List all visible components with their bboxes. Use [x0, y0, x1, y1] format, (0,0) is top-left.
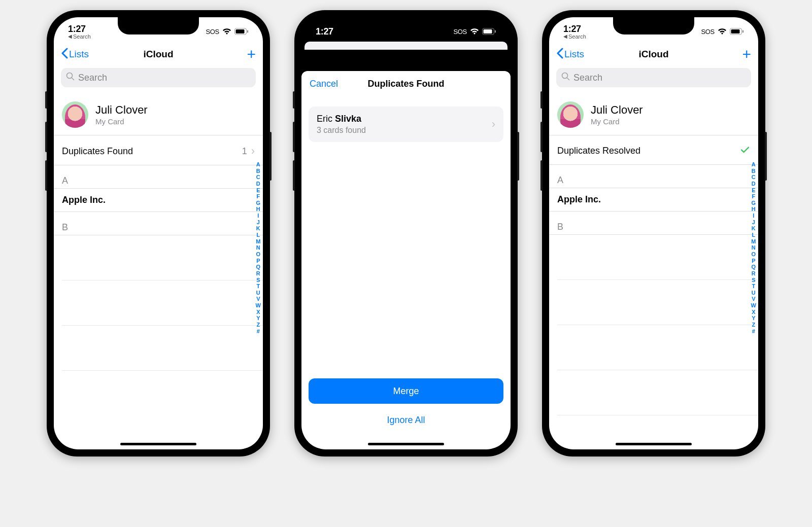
- index-letter-n[interactable]: N: [752, 244, 756, 251]
- battery-icon: [234, 28, 249, 35]
- add-button[interactable]: +: [247, 47, 256, 62]
- status-time: 1:27: [68, 24, 86, 34]
- index-letter-s[interactable]: S: [752, 277, 755, 284]
- index-letter-r[interactable]: R: [256, 270, 260, 277]
- index-letter-u[interactable]: U: [752, 290, 756, 296]
- power-button[interactable]: [765, 132, 767, 181]
- index-letter-u[interactable]: U: [256, 290, 260, 296]
- index-letter-p[interactable]: P: [752, 258, 755, 264]
- index-letter-x[interactable]: X: [752, 309, 755, 315]
- index-letter-d[interactable]: D: [752, 181, 756, 187]
- index-letter-j[interactable]: J: [257, 219, 260, 226]
- index-letter-j[interactable]: J: [752, 219, 755, 226]
- index-letter-l[interactable]: L: [256, 232, 260, 238]
- duplicate-name: Eric Slivka: [317, 114, 366, 124]
- index-letter-y[interactable]: Y: [256, 315, 260, 322]
- back-label: Lists: [564, 49, 584, 60]
- index-letter-v[interactable]: V: [256, 296, 260, 302]
- home-indicator[interactable]: [368, 443, 444, 445]
- index-letter-b[interactable]: B: [256, 168, 260, 174]
- index-letter-#[interactable]: #: [257, 328, 260, 335]
- volume-down[interactable]: [540, 122, 543, 152]
- back-button[interactable]: Lists: [556, 48, 587, 61]
- cancel-button[interactable]: Cancel: [310, 79, 338, 89]
- empty-rows-area[interactable]: [62, 235, 263, 449]
- index-letter-z[interactable]: Z: [256, 322, 260, 328]
- index-letter-w[interactable]: W: [256, 302, 261, 309]
- index-letter-q[interactable]: Q: [256, 264, 261, 270]
- search-placeholder: Search: [573, 73, 602, 83]
- index-letter-i[interactable]: I: [753, 213, 754, 219]
- index-letter-v[interactable]: V: [752, 296, 755, 302]
- index-letter-c[interactable]: C: [256, 174, 260, 181]
- index-letter-s[interactable]: S: [256, 277, 260, 284]
- index-letter-#[interactable]: #: [752, 328, 755, 335]
- index-letter-g[interactable]: G: [256, 200, 261, 206]
- notch: [118, 17, 199, 34]
- index-letter-g[interactable]: G: [752, 200, 756, 206]
- ignore-all-button[interactable]: Ignore All: [309, 411, 503, 429]
- alpha-index[interactable]: ABCDEFGHIJKLMNOPQRSTUVWXYZ#: [256, 161, 261, 334]
- search-input[interactable]: Search: [61, 68, 256, 87]
- volume-up[interactable]: [540, 91, 543, 109]
- search-input[interactable]: Search: [556, 68, 751, 87]
- my-card-row[interactable]: Juli Clover My Card: [54, 95, 263, 135]
- search-icon: [561, 72, 570, 83]
- power-button[interactable]: [517, 132, 519, 181]
- my-card-row[interactable]: Juli Clover My Card: [549, 95, 758, 135]
- silent-switch[interactable]: [293, 160, 295, 191]
- index-letter-t[interactable]: T: [752, 283, 755, 290]
- index-letter-h[interactable]: H: [752, 206, 756, 213]
- back-button[interactable]: Lists: [61, 48, 91, 61]
- index-letter-m[interactable]: M: [256, 238, 260, 245]
- index-letter-k[interactable]: K: [752, 225, 756, 232]
- index-letter-t[interactable]: T: [256, 283, 260, 290]
- contact-row-apple[interactable]: Apple Inc.: [54, 189, 263, 212]
- wifi-icon: [222, 28, 231, 35]
- volume-up[interactable]: [45, 91, 47, 109]
- index-letter-i[interactable]: I: [257, 213, 259, 219]
- index-letter-o[interactable]: O: [256, 251, 261, 258]
- index-letter-o[interactable]: O: [752, 251, 756, 258]
- index-letter-a[interactable]: A: [256, 161, 260, 168]
- home-indicator[interactable]: [120, 443, 196, 445]
- alpha-index[interactable]: ABCDEFGHIJKLMNOPQRSTUVWXYZ#: [751, 161, 756, 334]
- duplicates-row[interactable]: Duplicates Found 1 ›: [54, 137, 263, 165]
- home-indicator[interactable]: [616, 443, 692, 445]
- index-letter-b[interactable]: B: [752, 168, 756, 174]
- index-letter-e[interactable]: E: [752, 187, 755, 194]
- duplicate-card[interactable]: Eric Slivka 3 cards found ›: [309, 107, 503, 142]
- index-letter-f[interactable]: F: [256, 193, 260, 200]
- index-letter-f[interactable]: F: [752, 193, 755, 200]
- empty-rows-area[interactable]: [557, 235, 758, 449]
- index-letter-d[interactable]: D: [256, 181, 260, 187]
- index-letter-e[interactable]: E: [256, 187, 260, 194]
- duplicates-resolved-row[interactable]: Duplicates Resolved: [549, 137, 758, 165]
- index-letter-m[interactable]: M: [751, 238, 756, 245]
- volume-up[interactable]: [293, 91, 295, 109]
- volume-down[interactable]: [293, 122, 295, 152]
- index-letter-x[interactable]: X: [256, 309, 260, 315]
- index-letter-w[interactable]: W: [751, 302, 756, 309]
- index-letter-a[interactable]: A: [752, 161, 756, 168]
- power-button[interactable]: [269, 132, 272, 181]
- index-letter-z[interactable]: Z: [752, 322, 755, 328]
- merge-button[interactable]: Merge: [309, 378, 503, 404]
- index-letter-q[interactable]: Q: [752, 264, 756, 270]
- index-letter-c[interactable]: C: [752, 174, 756, 181]
- add-button[interactable]: +: [742, 47, 751, 62]
- svg-rect-1: [236, 29, 245, 33]
- contact-row-apple[interactable]: Apple Inc.: [549, 188, 758, 212]
- index-letter-p[interactable]: P: [256, 258, 260, 264]
- breadcrumb-back[interactable]: ◀ Search: [563, 33, 586, 40]
- index-letter-l[interactable]: L: [752, 232, 755, 238]
- index-letter-k[interactable]: K: [256, 225, 260, 232]
- index-letter-r[interactable]: R: [752, 270, 756, 277]
- index-letter-n[interactable]: N: [256, 244, 260, 251]
- index-letter-y[interactable]: Y: [752, 315, 755, 322]
- volume-down[interactable]: [45, 122, 47, 152]
- silent-switch[interactable]: [540, 160, 543, 191]
- breadcrumb-back[interactable]: ◀ Search: [68, 33, 91, 40]
- index-letter-h[interactable]: H: [256, 206, 260, 213]
- silent-switch[interactable]: [45, 160, 47, 191]
